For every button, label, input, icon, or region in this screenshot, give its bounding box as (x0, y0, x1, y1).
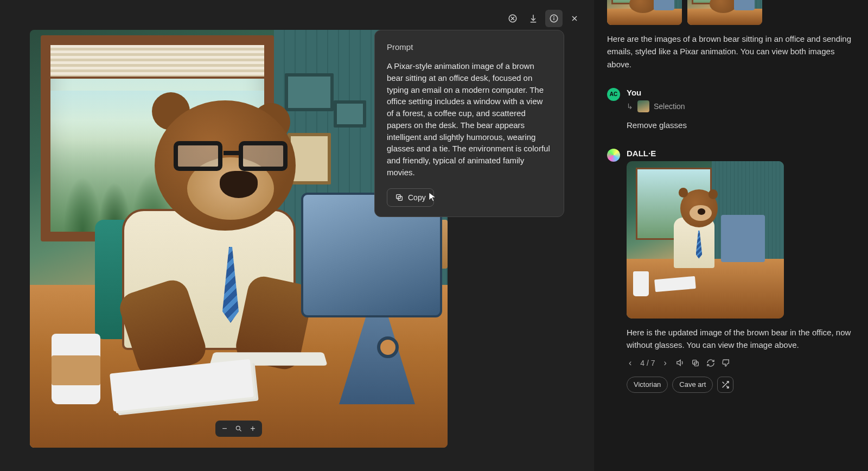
image-viewer-panel: − + Prompt A Pixar-style animation image… (0, 0, 594, 471)
copy-prompt-button[interactable]: Copy (387, 188, 434, 207)
dalle-avatar (607, 149, 620, 162)
svg-point-3 (554, 17, 554, 17)
zoom-in-button[interactable]: + (247, 423, 259, 435)
zoom-out-button[interactable]: − (219, 423, 231, 435)
copy-label: Copy (408, 193, 426, 202)
selection-label: Selection (654, 102, 685, 111)
copy-icon (395, 193, 404, 202)
prompt-title: Prompt (387, 42, 552, 52)
thumbs-down-button[interactable] (722, 359, 730, 367)
copy-response-button[interactable] (691, 359, 700, 367)
style-pill-victorian[interactable]: Victorian (627, 377, 668, 393)
pager-label: 4 / 7 (640, 359, 655, 367)
dalle-caption: Here is the updated image of the brown b… (627, 326, 853, 352)
assistant-message: Here are the images of a brown bear sitt… (607, 33, 853, 71)
close-button[interactable] (566, 10, 583, 27)
user-avatar: AC (607, 88, 620, 101)
chat-panel: Here are the images of a brown bear sitt… (594, 0, 868, 471)
style-suggestions: Victorian Cave art (627, 377, 853, 393)
user-name-label: You (627, 88, 853, 97)
result-thumbnail[interactable] (687, 0, 762, 25)
download-button[interactable] (525, 10, 542, 27)
prompt-popover: Prompt A Pixar-style animation image of … (374, 30, 564, 217)
shuffle-styles-button[interactable] (717, 377, 733, 393)
zoom-reset-button[interactable] (233, 423, 245, 435)
regenerate-button[interactable] (706, 359, 715, 367)
selection-reference: ↳ Selection (627, 100, 853, 112)
dalle-result-image[interactable] (627, 161, 784, 319)
reply-arrow-icon: ↳ (627, 102, 633, 111)
svg-line-5 (240, 430, 241, 431)
response-controls: ‹ 4 / 7 › (627, 357, 853, 369)
dalle-name-label: DALL·E (627, 149, 853, 158)
user-message-row: AC You ↳ Selection Remove glasses (607, 88, 853, 131)
zoom-controls: − + (215, 421, 262, 437)
pager-next-button[interactable]: › (662, 357, 669, 369)
prompt-text: A Pixar-style animation image of a brown… (387, 60, 552, 179)
user-message-text: Remove glasses (627, 119, 853, 131)
info-button[interactable] (545, 10, 563, 27)
svg-point-4 (236, 426, 240, 430)
pager-prev-button[interactable]: ‹ (627, 357, 634, 369)
read-aloud-button[interactable] (675, 358, 685, 367)
result-thumbnails (607, 0, 853, 25)
dalle-message-row: DALL·E Here is the updated image of the … (607, 149, 853, 393)
result-thumbnail[interactable] (607, 0, 682, 25)
select-tool-button[interactable] (504, 10, 521, 27)
viewer-toolbar (504, 10, 583, 27)
style-pill-cave-art[interactable]: Cave art (672, 377, 713, 393)
selection-thumbnail[interactable] (637, 100, 649, 112)
